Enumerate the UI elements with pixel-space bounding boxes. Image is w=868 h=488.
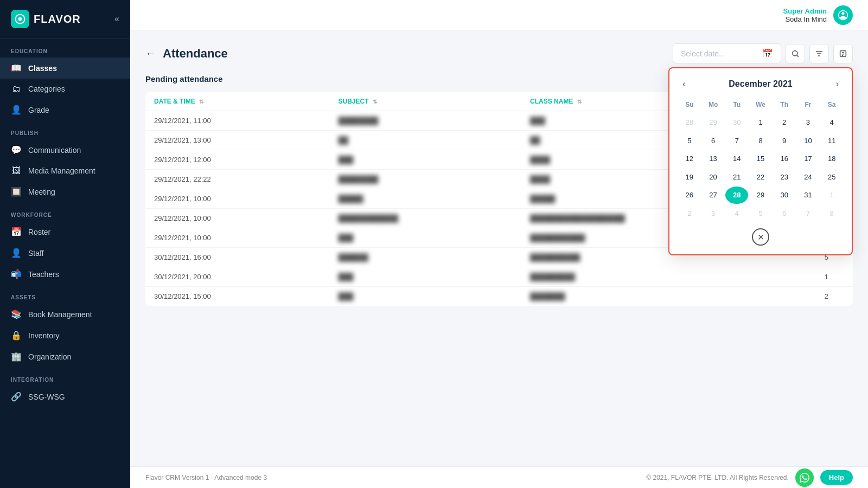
grade-icon: 👤 [11, 105, 22, 115]
cal-day-cell[interactable]: 30 [725, 114, 748, 131]
cal-day-cell[interactable]: 7 [797, 205, 820, 222]
sidebar-item-label-staff: Staff [28, 249, 44, 258]
sidebar-collapse-button[interactable]: « [114, 14, 119, 24]
col-header-subject[interactable]: SUBJECT ⇅ [329, 92, 521, 111]
sidebar-item-book-management[interactable]: 📚Book Management [0, 304, 130, 325]
cal-day-header-mo: Mo [702, 99, 725, 113]
cal-day-header-su: Su [678, 99, 701, 113]
cal-day-cell[interactable]: 2 [773, 114, 796, 131]
sidebar-item-grade[interactable]: 👤Grade [0, 99, 130, 120]
calendar-clear-button[interactable]: ✕ [752, 228, 769, 246]
page-title: Attendance [163, 47, 228, 61]
cal-day-cell[interactable]: 4 [820, 114, 843, 131]
export-button[interactable] [833, 44, 853, 63]
cal-day-cell[interactable]: 21 [725, 169, 748, 186]
communication-icon: 💬 [11, 145, 22, 155]
cell-datetime: 29/12/2021, 22:22 [145, 170, 329, 189]
cal-day-header-fr: Fr [797, 99, 820, 113]
sidebar-item-media-management[interactable]: 🖼Media Management [0, 160, 130, 181]
cal-day-cell[interactable]: 1 [749, 114, 772, 131]
cal-day-cell[interactable]: 19 [678, 169, 701, 186]
cal-day-cell[interactable]: 5 [678, 132, 701, 150]
cal-day-cell[interactable]: 31 [797, 187, 820, 204]
cal-day-cell[interactable]: 16 [773, 150, 796, 168]
cal-day-cell[interactable]: 10 [797, 132, 820, 150]
sidebar-item-inventory[interactable]: 🔒Inventory [0, 325, 130, 346]
cell-subject: ███ [329, 150, 521, 170]
cal-day-cell[interactable]: 14 [725, 150, 748, 168]
organization-icon: 🏢 [11, 351, 22, 362]
footer-version: Flavor CRM Version 1 - Advanced mode 3 [145, 474, 267, 481]
app-name: FLAVOR [34, 13, 81, 25]
calendar-month-year: December 2021 [729, 79, 792, 89]
cal-day-cell[interactable]: 6 [773, 205, 796, 222]
cal-day-header-sa: Sa [820, 99, 843, 113]
sidebar-item-roster[interactable]: 📅Roster [0, 221, 130, 242]
cal-day-cell[interactable]: 2 [678, 205, 701, 222]
footer: Flavor CRM Version 1 - Advanced mode 3 ©… [130, 466, 868, 488]
cal-day-cell[interactable]: 3 [797, 114, 820, 131]
sidebar-item-ssg-wsg[interactable]: 🔗SSG-WSG [0, 386, 130, 407]
cal-day-cell[interactable]: 12 [678, 150, 701, 168]
cal-day-cell[interactable]: 26 [678, 187, 701, 204]
cal-day-cell[interactable]: 11 [820, 132, 843, 150]
cal-day-cell[interactable]: 28 [725, 187, 748, 204]
calendar-next-button[interactable]: › [832, 77, 843, 91]
calendar-prev-button[interactable]: ‹ [678, 77, 690, 91]
cal-day-cell[interactable]: 8 [749, 132, 772, 150]
cal-day-cell[interactable]: 22 [749, 169, 772, 186]
cell-num: 1 [800, 267, 853, 287]
calendar-dropdown: ‹ December 2021 › SuMoTuWeThFrSa28293012… [668, 67, 853, 255]
cal-day-cell[interactable]: 28 [678, 114, 701, 131]
cal-day-cell[interactable]: 5 [749, 205, 772, 222]
sidebar-item-label-organization: Organization [28, 352, 71, 361]
cell-subject: ████████ [329, 170, 521, 189]
help-button[interactable]: Help [820, 470, 853, 485]
cal-day-cell[interactable]: 30 [773, 187, 796, 204]
date-picker-input[interactable]: Select date... 📅 [673, 43, 781, 63]
sidebar-item-label-communication: Communication [28, 146, 81, 155]
cal-day-cell[interactable]: 8 [820, 205, 843, 222]
filter-button[interactable] [809, 44, 829, 63]
cal-day-cell[interactable]: 23 [773, 169, 796, 186]
cal-day-cell[interactable]: 29 [702, 114, 725, 131]
cal-day-cell[interactable]: 6 [702, 132, 725, 150]
cal-day-cell[interactable]: 1 [820, 187, 843, 204]
cal-day-cell[interactable]: 13 [702, 150, 725, 168]
svg-point-3 [842, 12, 845, 15]
cal-day-cell[interactable]: 24 [797, 169, 820, 186]
cell-datetime: 29/12/2021, 13:00 [145, 131, 329, 150]
sidebar-item-label-ssg-wsg: SSG-WSG [28, 393, 65, 401]
cal-day-cell[interactable]: 25 [820, 169, 843, 186]
sidebar-item-label-grade: Grade [28, 106, 49, 114]
sidebar-item-teachers[interactable]: 📬Teachers [0, 264, 130, 285]
col-header-datetime[interactable]: DATE & TIME ⇅ [145, 92, 329, 111]
cal-day-cell[interactable]: 15 [749, 150, 772, 168]
cal-day-cell[interactable]: 20 [702, 169, 725, 186]
book-management-icon: 📚 [11, 309, 22, 319]
sidebar-item-communication[interactable]: 💬Communication [0, 139, 130, 160]
sidebar-item-classes[interactable]: 📖Classes [0, 57, 130, 79]
cal-day-cell[interactable]: 27 [702, 187, 725, 204]
cal-day-cell[interactable]: 29 [749, 187, 772, 204]
sidebar-item-staff[interactable]: 👤Staff [0, 242, 130, 264]
sidebar-item-categories[interactable]: 🗂Categories [0, 79, 130, 99]
search-button[interactable] [786, 44, 805, 63]
cal-day-cell[interactable]: 18 [820, 150, 843, 168]
cell-datetime: 30/12/2021, 15:00 [145, 287, 329, 306]
cal-day-cell[interactable]: 7 [725, 132, 748, 150]
footer-right: © 2021, FLAVOR PTE. LTD. All Rights Rese… [646, 468, 853, 487]
page-content: ← Attendance Select date... 📅 [130, 30, 868, 466]
whatsapp-button[interactable] [795, 468, 814, 487]
back-button[interactable]: ← [145, 47, 156, 60]
calendar-header: ‹ December 2021 › [678, 77, 843, 91]
avatar [833, 5, 853, 25]
cal-day-cell[interactable]: 3 [702, 205, 725, 222]
cal-day-cell[interactable]: 4 [725, 205, 748, 222]
sidebar-logo: FLAVOR « [0, 0, 130, 38]
sidebar-item-meeting[interactable]: 🔲Meeting [0, 181, 130, 202]
cell-subject: ████████████ [329, 209, 521, 228]
cal-day-cell[interactable]: 9 [773, 132, 796, 150]
cal-day-cell[interactable]: 17 [797, 150, 820, 168]
sidebar-item-organization[interactable]: 🏢Organization [0, 346, 130, 367]
